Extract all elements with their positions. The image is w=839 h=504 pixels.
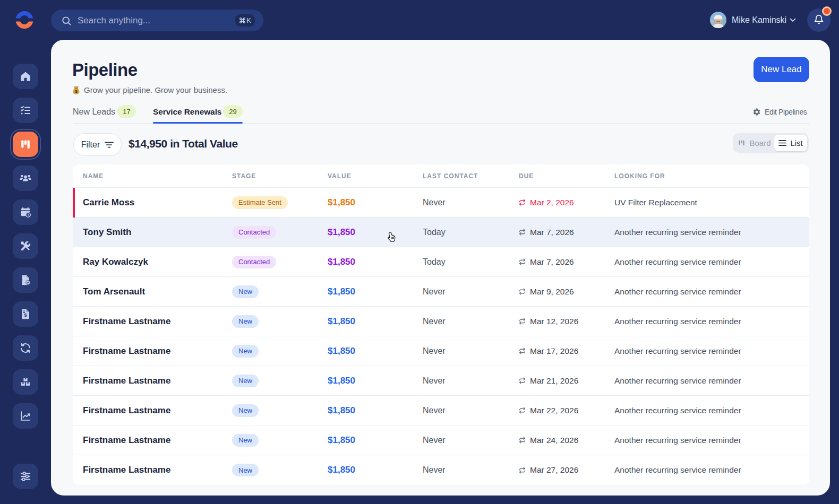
svg-text:$: $ xyxy=(75,89,78,94)
